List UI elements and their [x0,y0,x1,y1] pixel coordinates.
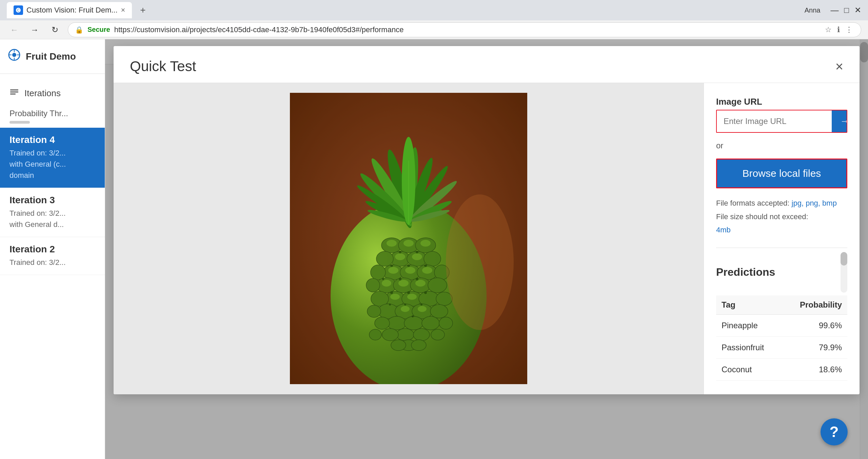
new-tab-button[interactable]: + [135,3,150,18]
quick-test-modal: Quick Test × [114,46,860,394]
svg-text:C: C [17,8,19,12]
predictions-scrollbar-thumb [841,252,847,266]
table-row: Coconut 18.6% [716,358,847,380]
prob-threshold-label: Probability Thr... [9,109,95,118]
svg-point-20 [424,251,441,266]
svg-point-64 [382,280,391,287]
svg-point-39 [430,305,448,318]
svg-point-40 [367,305,381,317]
modal-overlay: Quick Test × [105,39,868,459]
modal-body: Image URL → or Browse local files [114,83,860,394]
svg-point-42 [404,316,423,330]
predictions-header-row: Predictions [716,248,847,295]
svg-point-19 [376,251,393,266]
iteration3-item[interactable]: Iteration 3 Trained on: 3/2... with Gene… [0,188,105,237]
iteration4-title: Iteration 4 [9,134,95,145]
browser-titlebar: C Custom Vision: Fruit Dem... × + Anna —… [0,0,868,20]
iteration3-detail: Trained on: 3/2... with General d... [9,208,95,230]
browser-tab[interactable]: C Custom Vision: Fruit Dem... × [7,2,132,18]
svg-point-78 [390,291,393,294]
predictions-scrollbar[interactable] [841,252,847,293]
bookmark-button[interactable]: ☆ [824,24,833,36]
svg-point-45 [439,317,453,329]
svg-point-75 [416,278,418,280]
predictions-table-body: Pineapple 99.6% Passionfruit 79.9% Cocon… [716,314,847,380]
address-url-text: https://customvision.ai/projects/ec4105d… [114,25,820,34]
iteration4-item[interactable]: Iteration 4 Trained on: 3/2... with Gene… [0,128,105,188]
address-actions: ☆ ℹ ⋮ [824,24,854,36]
svg-point-71 [407,264,410,267]
url-input-container: → [716,110,847,133]
url-input[interactable] [717,111,832,131]
file-size-link[interactable]: 4mb [716,226,731,234]
user-name-label: Anna [805,6,821,14]
browse-local-files-button[interactable]: Browse local files [716,159,847,188]
prediction-probability: 99.6% [782,314,847,336]
svg-point-47 [413,329,430,341]
url-submit-button[interactable]: → [832,110,847,132]
svg-point-70 [416,251,418,253]
modal-title: Quick Test [130,58,196,75]
back-button[interactable]: ← [7,22,22,37]
svg-point-63 [415,280,426,287]
predictions-title: Predictions [716,266,775,278]
maximize-button[interactable]: □ [844,5,849,15]
iteration3-title: Iteration 3 [9,195,95,206]
svg-rect-9 [10,91,18,92]
svg-point-67 [401,306,410,312]
more-button[interactable]: ⋮ [844,24,854,36]
svg-point-43 [422,316,439,330]
sidebar: Fruit Demo Iterations Probability Thr...… [0,39,105,459]
svg-point-65 [407,294,417,300]
prob-slider[interactable] [9,121,30,124]
predictions-table: Tag Probability Pineapple 99.6% Passionf… [716,295,847,381]
tab-title: Custom Vision: Fruit Dem... [26,6,118,15]
table-row: Passionfruit 79.9% [716,336,847,358]
table-row: Pineapple 99.6% [716,314,847,336]
svg-point-50 [369,329,381,340]
modal-close-button[interactable]: × [835,59,843,74]
tab-favicon: C [14,5,23,15]
prediction-tag: Passionfruit [716,336,782,358]
svg-point-68 [418,306,427,312]
iteration4-detail: Trained on: 3/2... with General (c... do… [9,147,95,181]
predictions-table-header: Tag Probability [716,295,847,315]
svg-point-30 [366,278,380,292]
iteration2-item[interactable]: Iteration 2 Trained on: 3/2... [0,237,105,275]
svg-point-61 [422,267,432,274]
sidebar-header: Fruit Demo [0,39,105,74]
svg-point-48 [382,329,398,341]
file-formats-links[interactable]: jpg, png, bmp [792,199,837,207]
address-bar[interactable]: 🔒 Secure https://customvision.ai/project… [68,22,861,37]
main-content: ⚙ ? Quick Test × [105,39,868,459]
probability-threshold-section: Probability Thr... [0,105,105,128]
svg-point-52 [391,340,406,351]
lock-icon: 🔒 [75,26,83,34]
svg-point-83 [412,315,414,317]
svg-point-98 [446,194,514,330]
svg-point-60 [388,267,398,274]
app-name-label: Fruit Demo [26,51,76,62]
prediction-tag: Coconut [716,358,782,380]
help-chat-button[interactable]: ? [821,418,848,445]
sidebar-item-iterations[interactable]: Iterations [0,82,105,105]
info-button[interactable]: ℹ [836,24,841,36]
svg-point-49 [431,329,445,340]
arrow-right-icon: → [840,116,847,127]
forward-button[interactable]: → [27,22,42,37]
close-button[interactable]: ✕ [854,5,861,15]
iterations-label: Iterations [24,88,61,99]
svg-point-44 [375,317,390,329]
modal-header: Quick Test × [114,46,860,83]
tab-close-button[interactable]: × [121,6,125,15]
app-logo-icon [8,49,20,64]
minimize-button[interactable]: — [831,5,839,15]
secure-label: Secure [87,26,110,34]
prediction-tag: Pineapple [716,314,782,336]
reload-button[interactable]: ↻ [47,22,62,37]
tag-column-header: Tag [716,295,782,315]
svg-point-53 [411,340,426,351]
iteration2-detail: Trained on: 3/2... [9,257,95,268]
svg-point-62 [398,280,409,287]
browser-chrome: C Custom Vision: Fruit Dem... × + Anna —… [0,0,868,39]
